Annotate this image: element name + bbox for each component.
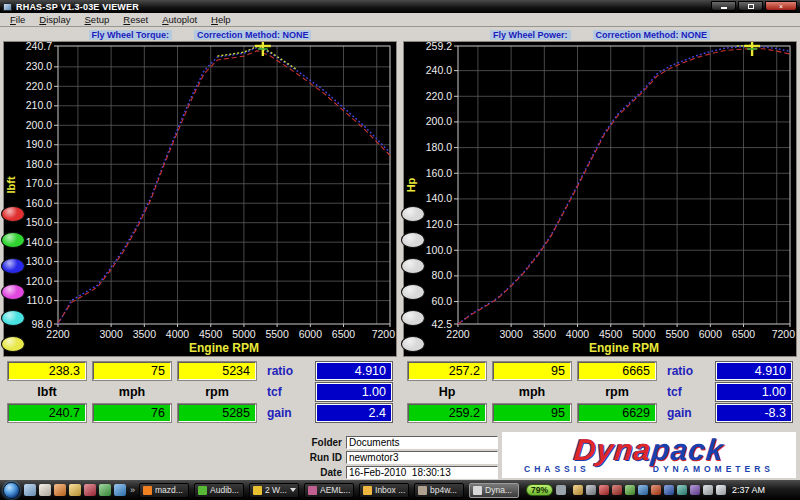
svg-text:5500: 5500 xyxy=(265,328,289,340)
menu-file[interactable]: File xyxy=(3,14,32,25)
svg-text:Engine RPM: Engine RPM xyxy=(589,341,659,355)
unit-label: rpm xyxy=(578,383,656,401)
svg-text:170.0: 170.0 xyxy=(26,177,52,189)
peak-readout-cell: 5234 xyxy=(178,362,256,380)
power-chart-svg: 259.2240.0220.0200.0180.0160.0140.0120.0… xyxy=(404,42,798,358)
media-icon[interactable] xyxy=(99,484,111,496)
taskbar-button-icon xyxy=(363,486,372,495)
taskbar-button-mazd[interactable]: mazd... xyxy=(139,483,189,498)
start-button[interactable] xyxy=(3,482,20,499)
live-readout-cell: 5285 xyxy=(178,404,256,422)
run-select-button-6[interactable] xyxy=(1,336,25,352)
run-select-button-2[interactable] xyxy=(1,232,25,248)
mail-icon[interactable] xyxy=(39,484,51,496)
minimize-button[interactable] xyxy=(711,1,736,11)
volume-icon[interactable] xyxy=(716,485,726,495)
torque-chart[interactable]: 240.7230.0220.0210.0200.0190.0180.0170.0… xyxy=(3,41,397,357)
windows-flag-icon[interactable] xyxy=(690,485,700,495)
torque-readout-table: 238.3755234ratio4.910lbftmphrpmtcf1.0024… xyxy=(8,362,392,422)
taskbar-button-bp4w[interactable]: bp4w... xyxy=(414,483,464,498)
svg-text:130.0: 130.0 xyxy=(26,255,52,267)
run-info-row: Folder xyxy=(296,436,498,449)
printer-icon[interactable] xyxy=(586,485,596,495)
date-field[interactable] xyxy=(346,466,498,479)
ratio-label: ratio xyxy=(263,362,309,380)
firefox-icon[interactable] xyxy=(54,484,66,496)
tcf-label: tcf xyxy=(663,383,709,401)
run-select-button-5[interactable] xyxy=(1,310,25,326)
run-select-button-3[interactable] xyxy=(401,258,425,274)
ie-icon[interactable] xyxy=(114,484,126,496)
sync-icon[interactable] xyxy=(677,485,687,495)
live-readout-cell: 6629 xyxy=(578,404,656,422)
run-select-button-4[interactable] xyxy=(1,284,25,300)
taskbar-button-label: mazd... xyxy=(155,485,183,495)
run-select-button-5[interactable] xyxy=(401,310,425,326)
taskbar-button-2w[interactable]: 2 W... xyxy=(249,483,299,498)
svg-text:4000: 4000 xyxy=(166,328,190,340)
live-readout-cell: 259.2 xyxy=(408,404,486,422)
menu-reset[interactable]: Reset xyxy=(116,14,155,25)
show-desktop-icon[interactable] xyxy=(24,484,36,496)
power-correction-method: Correction Method: NONE xyxy=(593,30,711,40)
run-id-field[interactable] xyxy=(346,451,498,464)
app-blue-icon[interactable] xyxy=(664,485,674,495)
run-select-button-1[interactable] xyxy=(401,206,425,222)
antivirus-icon[interactable] xyxy=(612,485,622,495)
tcf-value: 1.00 xyxy=(316,383,392,401)
taskbar-button-icon xyxy=(308,486,317,495)
window-title: RHAS-SP V1.3-03E VIEWER xyxy=(16,2,139,12)
taskbar-button-audib[interactable]: Audib... xyxy=(194,483,244,498)
wifi-icon[interactable] xyxy=(703,485,713,495)
run-select-button-1[interactable] xyxy=(1,206,25,222)
taskbar-button-icon xyxy=(253,486,262,495)
unit-label: Hp xyxy=(408,383,486,401)
security-alert-icon[interactable] xyxy=(599,485,609,495)
menu-setup[interactable]: Setup xyxy=(78,14,117,25)
svg-text:3000: 3000 xyxy=(99,328,123,340)
unit-label: rpm xyxy=(178,383,256,401)
mail-notifier-icon[interactable] xyxy=(651,485,661,495)
svg-text:6500: 6500 xyxy=(732,328,756,340)
taskbar-button-inbox[interactable]: Inbox ... xyxy=(359,483,409,498)
svg-text:160.0: 160.0 xyxy=(426,167,452,179)
taskbar-button-aeml[interactable]: AEML... xyxy=(304,483,354,498)
logo-part2: pack xyxy=(650,433,726,466)
menu-autoplot[interactable]: Autoplot xyxy=(155,14,204,25)
unit-label: mph xyxy=(493,383,571,401)
close-button[interactable]: × xyxy=(765,1,797,11)
logo-part1: Dyna xyxy=(572,433,653,466)
svg-text:3500: 3500 xyxy=(533,328,557,340)
battery-indicator[interactable]: 79% xyxy=(526,484,553,496)
run-select-button-2[interactable] xyxy=(401,232,425,248)
menu-display[interactable]: Display xyxy=(32,14,77,25)
run-select-button-3[interactable] xyxy=(1,258,25,274)
taskbar-button-label: Audib... xyxy=(210,485,239,495)
power-plug-icon[interactable] xyxy=(556,485,566,495)
run-select-button-6[interactable] xyxy=(401,336,425,352)
run-select-button-4[interactable] xyxy=(401,284,425,300)
quick-launch-overflow[interactable]: » xyxy=(130,485,135,495)
messenger-tray-icon[interactable] xyxy=(573,485,583,495)
quick-launch xyxy=(24,484,129,496)
power-title: Fly Wheel Power: xyxy=(490,30,571,40)
network-tool-icon[interactable] xyxy=(638,485,648,495)
svg-text:lbft: lbft xyxy=(5,176,17,193)
messenger-icon[interactable] xyxy=(69,484,81,496)
taskbar-button-dyna[interactable]: Dyna... xyxy=(469,483,519,498)
svg-text:240.0: 240.0 xyxy=(426,64,452,76)
tcf-value: 1.00 xyxy=(716,383,792,401)
maximize-button[interactable] xyxy=(738,1,763,11)
run-info-row: Run ID xyxy=(296,451,498,464)
readout-section: 238.3755234ratio4.910lbftmphrpmtcf1.0024… xyxy=(0,358,800,430)
taskbar-button-label: bp4w... xyxy=(430,485,457,495)
power-chart[interactable]: 259.2240.0220.0200.0180.0160.0140.0120.0… xyxy=(403,41,797,357)
menu-help[interactable]: Help xyxy=(204,14,238,25)
live-readout-cell: 95 xyxy=(493,404,571,422)
app-red-icon[interactable] xyxy=(84,484,96,496)
svg-text:140.0: 140.0 xyxy=(26,236,52,248)
folder-field[interactable] xyxy=(346,436,498,449)
peak-readout-cell: 95 xyxy=(493,362,571,380)
update-icon[interactable] xyxy=(625,485,635,495)
svg-text:220.0: 220.0 xyxy=(26,80,52,92)
